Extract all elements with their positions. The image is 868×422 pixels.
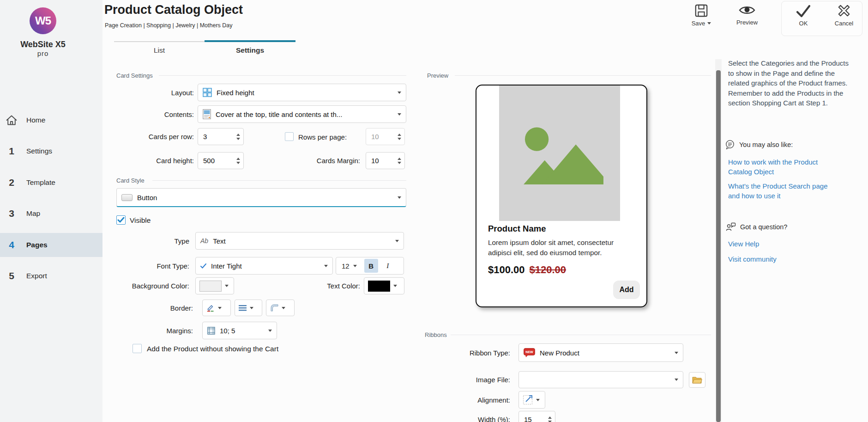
contents-label: Contents: <box>102 105 194 123</box>
rows-per-page-stepper[interactable]: 10 <box>366 128 405 145</box>
chevron-down-icon[interactable] <box>353 265 357 267</box>
chevron-down-icon <box>398 113 401 116</box>
step-number: 5 <box>6 270 18 281</box>
spin-down-icon[interactable] <box>236 138 240 140</box>
cancel-button[interactable]: Cancel <box>829 4 859 27</box>
visible-checkbox[interactable] <box>116 215 126 225</box>
ribbon-width-stepper[interactable]: 15 <box>518 411 555 422</box>
border-color-button[interactable] <box>202 300 231 316</box>
ribbon-width-label: Width (%): <box>418 411 510 422</box>
preview-button[interactable]: Preview <box>732 4 762 26</box>
product-price-row: $100.00$120.00 <box>488 264 566 276</box>
folder-open-icon <box>692 376 702 384</box>
layout-dropdown[interactable]: Fixed height <box>198 84 406 101</box>
chevron-down-icon <box>324 265 328 267</box>
ribbon-type-dropdown[interactable]: NEW New Product <box>518 343 683 362</box>
card-style-dropdown[interactable]: Button <box>116 188 406 207</box>
card-height-stepper[interactable]: 500 <box>198 152 244 169</box>
margins-dropdown[interactable]: 10; 5 <box>202 322 277 339</box>
help-link-catalog[interactable]: How to work with the Product Catalog Obj… <box>728 157 844 177</box>
type-value: Text <box>213 237 226 245</box>
group-rule <box>451 335 711 335</box>
sidebar-item-map[interactable]: 3 Map <box>0 202 102 226</box>
add-to-cart-button[interactable]: Add <box>613 281 640 299</box>
background-color-swatch <box>199 281 222 292</box>
cards-margin-stepper[interactable]: 10 <box>366 152 405 169</box>
chevron-down-icon <box>707 22 711 24</box>
text-color-picker[interactable] <box>364 277 404 294</box>
spin-down-icon[interactable] <box>398 162 401 164</box>
image-file-combobox[interactable] <box>518 371 683 388</box>
cards-margin-label: Cards Margin: <box>277 152 360 169</box>
chevron-down-icon <box>282 307 285 309</box>
alignment-picker[interactable] <box>518 391 545 409</box>
text-color-label: Text Color: <box>277 277 360 294</box>
save-label: Save <box>692 20 705 27</box>
font-family-dropdown[interactable]: Inter Tight <box>195 257 333 275</box>
sidebar-item-pages[interactable]: 4 Pages <box>0 233 102 257</box>
product-name: Product Name <box>488 224 546 234</box>
chevron-down-icon <box>675 352 678 354</box>
alignment-label: Alignment: <box>418 391 510 409</box>
font-size-style-group: 12 B I <box>336 257 404 275</box>
card-settings-group-label: Card Settings <box>116 72 153 79</box>
rows-per-page-label: Rows per page: <box>298 133 347 141</box>
tab-settings[interactable]: Settings <box>205 46 295 55</box>
spin-down-icon[interactable] <box>236 162 240 164</box>
font-size-value[interactable]: 12 <box>342 262 350 270</box>
add-without-cart-checkbox[interactable] <box>133 344 142 353</box>
sidebar-item-label: Template <box>26 178 55 187</box>
new-ribbon-badge-icon: NEW <box>524 348 535 358</box>
sidebar-item-settings[interactable]: 1 Settings <box>0 139 102 163</box>
sidebar-item-label: Export <box>26 272 47 280</box>
ok-button[interactable]: OK <box>790 4 816 27</box>
border-corner-button[interactable] <box>266 300 295 316</box>
spin-up-icon[interactable] <box>548 416 552 419</box>
margins-label: Margins: <box>106 322 193 339</box>
rows-per-page-checkbox[interactable] <box>285 132 294 141</box>
sidebar-item-home[interactable]: Home <box>0 108 102 132</box>
type-dropdown[interactable]: Ab Text <box>195 232 404 250</box>
view-help-link[interactable]: View Help <box>728 239 759 249</box>
browse-folder-button[interactable] <box>689 372 705 388</box>
tab-list[interactable]: List <box>114 46 205 55</box>
chevron-down-icon <box>395 240 399 242</box>
type-label: Type <box>102 232 189 250</box>
cards-per-row-stepper[interactable]: 3 <box>198 128 244 145</box>
border-thickness-button[interactable] <box>235 300 262 316</box>
chevron-down-icon <box>398 196 401 199</box>
contents-layout-icon <box>203 109 211 119</box>
person-question-icon <box>726 222 736 232</box>
sidebar-item-template[interactable]: 2 Template <box>0 171 102 195</box>
spin-up-icon[interactable] <box>398 158 401 160</box>
spin-up-icon[interactable] <box>236 158 240 160</box>
spin-down-icon[interactable] <box>398 138 401 140</box>
also-like-row: You may also like: <box>725 140 793 150</box>
spin-up-icon[interactable] <box>236 134 240 136</box>
text-color-swatch <box>368 281 390 292</box>
text-type-icon: Ab <box>200 237 208 245</box>
visit-community-link[interactable]: Visit community <box>728 254 777 264</box>
spin-down-icon[interactable] <box>548 421 552 422</box>
border-label: Border: <box>106 300 193 316</box>
also-like-label: You may also like: <box>739 141 793 148</box>
logo-monogram: W5 <box>35 14 51 27</box>
svg-text:NEW: NEW <box>525 350 533 354</box>
sidebar-item-export[interactable]: 5 Export <box>0 264 102 288</box>
product-image-placeholder <box>499 86 620 221</box>
contents-dropdown[interactable]: Cover at the top, title and contents at … <box>198 105 406 123</box>
help-link-search[interactable]: What's the Product Search page and how t… <box>728 181 839 201</box>
ribbons-group-label: Ribbons <box>425 331 447 338</box>
background-color-picker[interactable] <box>195 277 234 294</box>
sidebar-item-label: Pages <box>26 241 48 249</box>
chevron-down-icon <box>675 379 678 381</box>
spin-up-icon[interactable] <box>398 134 401 136</box>
scrollbar-thumb[interactable] <box>716 70 721 422</box>
italic-button[interactable]: I <box>382 259 394 273</box>
add-without-cart-label: Add the Product without showing the Cart <box>147 345 278 353</box>
rows-per-page-value: 10 <box>371 133 379 141</box>
bold-button[interactable]: B <box>364 259 378 273</box>
chevron-down-icon <box>218 307 222 309</box>
ribbon-type-label: Ribbon Type: <box>418 343 510 362</box>
save-button[interactable]: Save <box>687 4 716 27</box>
